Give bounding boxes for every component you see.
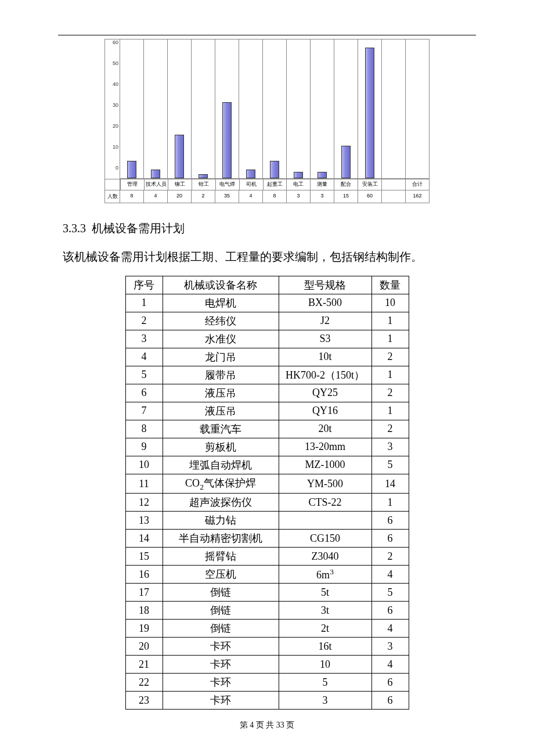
chart-column: [358, 39, 381, 179]
table-cell-spec: Z3040: [279, 548, 371, 566]
chart-data-cell: 4: [143, 190, 167, 203]
th-no: 序号: [125, 276, 163, 294]
ytick: 50: [113, 60, 118, 66]
xtick-label: 司机: [239, 179, 263, 190]
table-cell-qty: 6: [371, 692, 409, 710]
table-cell-qty: 1: [371, 402, 409, 420]
chart-data-cell: 15: [334, 190, 358, 203]
chart-bar: [294, 172, 303, 178]
table-cell-name: 倒链: [163, 584, 279, 602]
table-cell-spec: 2t: [279, 620, 371, 638]
chart-column: [167, 39, 191, 179]
table-cell-qty: 14: [371, 474, 409, 494]
table-row: 3水准仪S31: [125, 330, 409, 348]
table-cell-spec: CG150: [279, 530, 371, 548]
table-cell-spec: J2: [279, 312, 371, 330]
chart-yaxis: 6050403020100: [105, 39, 120, 179]
chart-bar: [270, 161, 279, 178]
ytick: 10: [113, 144, 118, 150]
table-cell-no: 21: [125, 656, 163, 674]
table-cell-name: 液压吊: [163, 402, 279, 420]
ytick: 0: [116, 165, 118, 171]
table-cell-spec: [279, 512, 371, 530]
page-footer: 第 4 页 共 33 页: [58, 720, 476, 730]
table-row: 1电焊机BX-50010: [125, 294, 409, 312]
personnel-chart: 6050403020100 管理技术人员铆工钳工电气焊司机起重工电工测量配合安装…: [104, 39, 430, 203]
chart-bar: [341, 146, 351, 178]
th-name: 机械或设备名称: [163, 276, 279, 294]
table-row: 14半自动精密切割机CG1506: [125, 530, 409, 548]
table-cell-qty: 1: [371, 330, 409, 348]
table-cell-spec: 5t: [279, 584, 371, 602]
xtick-label: 测量: [310, 179, 334, 190]
table-cell-no: 16: [125, 566, 163, 584]
table-row: 4龙门吊10t2: [125, 348, 409, 366]
section-heading: 3.3.3 机械设备需用计划: [63, 221, 476, 236]
table-cell-name: CO2气体保护焊: [163, 474, 279, 494]
xtick-label: 电气焊: [215, 179, 239, 190]
table-cell-no: 9: [125, 438, 163, 456]
table-cell-no: 6: [125, 384, 163, 402]
chart-column: [191, 39, 215, 179]
table-cell-no: 8: [125, 420, 163, 438]
table-cell-name: 磁力钻: [163, 512, 279, 530]
table-row: 11CO2气体保护焊YM-50014: [125, 474, 409, 494]
table-cell-name: 卡环: [163, 674, 279, 692]
table-cell-spec: 5: [279, 674, 371, 692]
th-spec: 型号规格: [279, 276, 371, 294]
table-cell-name: 履带吊: [163, 366, 279, 384]
table-row: 12超声波探伤仪CTS-221: [125, 494, 409, 512]
chart-column: [310, 39, 334, 179]
table-row: 21卡环104: [125, 656, 409, 674]
table-row: 5履带吊HK700-2（150t）1: [125, 366, 409, 384]
table-row: 13磁力钻6: [125, 512, 409, 530]
table-cell-spec: 16t: [279, 638, 371, 656]
table-cell-qty: 1: [371, 312, 409, 330]
table-cell-no: 7: [125, 402, 163, 420]
chart-column: [286, 39, 310, 179]
ytick: 60: [113, 39, 118, 45]
table-cell-qty: 5: [371, 584, 409, 602]
table-cell-name: 剪板机: [163, 438, 279, 456]
chart-data-cell: [381, 190, 405, 203]
table-cell-no: 15: [125, 548, 163, 566]
section-title: 机械设备需用计划: [92, 222, 185, 235]
chart-column: [334, 39, 358, 179]
table-cell-no: 1: [125, 294, 163, 312]
chart-column: [215, 39, 239, 179]
table-cell-spec: HK700-2（150t）: [279, 366, 371, 384]
table-cell-spec: 20t: [279, 420, 371, 438]
chart-column: [143, 39, 167, 179]
chart-bar: [365, 48, 374, 178]
chart-data-cell: 2: [191, 190, 215, 203]
table-cell-spec: MZ-1000: [279, 456, 371, 474]
table-header-row: 序号 机械或设备名称 型号规格 数量: [125, 276, 409, 294]
table-cell-no: 18: [125, 602, 163, 620]
table-cell-spec: 3: [279, 692, 371, 710]
table-cell-no: 10: [125, 456, 163, 474]
xtick-label: 电工: [286, 179, 310, 190]
chart-data-cell: 162: [405, 190, 429, 203]
table-row: 18倒链3t6: [125, 602, 409, 620]
table-cell-name: 卡环: [163, 638, 279, 656]
table-cell-no: 17: [125, 584, 163, 602]
table-cell-spec: QY25: [279, 384, 371, 402]
table-cell-no: 23: [125, 692, 163, 710]
table-cell-qty: 4: [371, 656, 409, 674]
section-paragraph: 该机械设备需用计划根据工期、工程量的要求编制，包括钢结构制作。: [63, 247, 476, 267]
xtick-label: 起重工: [263, 179, 287, 190]
table-cell-no: 20: [125, 638, 163, 656]
chart-data-cell: 4: [239, 190, 262, 203]
chart-bar: [127, 161, 136, 178]
table-cell-spec: BX-500: [279, 294, 371, 312]
table-cell-name: 载重汽车: [163, 420, 279, 438]
equipment-table: 序号 机械或设备名称 型号规格 数量 1电焊机BX-500102经纬仪J213水…: [125, 276, 409, 710]
chart-column: [120, 39, 143, 179]
xtick-label: 钳工: [192, 179, 215, 190]
table-cell-name: 超声波探伤仪: [163, 494, 279, 512]
xtick-label: 管理: [120, 179, 144, 190]
chart-data-cell: 3: [286, 190, 310, 203]
xtick-label: 配合: [334, 179, 358, 190]
table-cell-name: 液压吊: [163, 384, 279, 402]
chart-bar: [222, 102, 232, 178]
